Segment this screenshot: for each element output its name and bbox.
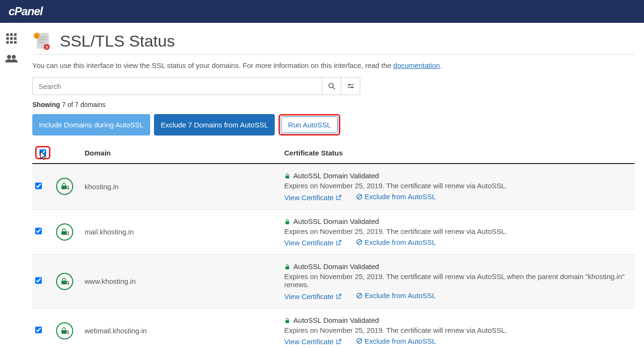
svg-rect-5 — [14, 37, 16, 39]
svg-rect-26 — [68, 188, 69, 190]
svg-rect-27 — [286, 175, 289, 178]
svg-rect-23 — [347, 87, 354, 87]
domain-name: mail.khosting.in — [82, 209, 281, 255]
row-checkbox[interactable] — [35, 183, 42, 189]
select-all-checkbox[interactable] — [39, 149, 46, 156]
cpanel-logo: Panel — [9, 5, 42, 18]
svg-line-47 — [357, 339, 361, 343]
validated-status: AutoSSL Domain Validated — [284, 262, 632, 271]
svg-rect-24 — [61, 186, 67, 190]
table-row: khosting.in AutoSSL Domain ValidatedExpi… — [32, 164, 634, 209]
exclude-from-autossl-link[interactable]: Exclude from AutoSSL — [356, 337, 436, 345]
svg-line-29 — [357, 194, 361, 198]
svg-rect-7 — [10, 41, 12, 43]
svg-rect-8 — [14, 41, 16, 43]
svg-rect-6 — [6, 41, 9, 43]
lock-status-icon — [56, 223, 73, 241]
row-checkbox[interactable] — [35, 327, 42, 333]
validated-status: AutoSSL Domain Validated — [284, 217, 632, 225]
select-all-header — [32, 142, 53, 164]
expires-text: Expires on November 25, 2019. The certif… — [284, 182, 632, 190]
svg-line-19 — [333, 87, 335, 89]
svg-rect-33 — [286, 221, 289, 224]
run-autossl-highlight: Run AutoSSL — [279, 114, 340, 135]
view-certificate-link[interactable]: View Certificate — [284, 193, 342, 202]
svg-point-9 — [7, 55, 11, 59]
svg-rect-44 — [68, 333, 69, 335]
svg-rect-4 — [10, 37, 12, 39]
include-domains-button[interactable]: Include Domains during AutoSSL — [32, 114, 150, 135]
expires-text: Expires on November 25, 2019. The certif… — [284, 326, 632, 334]
nav-users-icon[interactable] — [0, 48, 23, 68]
view-certificate-link[interactable]: View Certificate — [284, 292, 342, 300]
exclude-from-autossl-link[interactable]: Exclude from AutoSSL — [356, 193, 436, 201]
svg-rect-45 — [286, 320, 289, 323]
svg-rect-3 — [6, 37, 9, 39]
svg-rect-42 — [61, 330, 67, 334]
showing-count: Showing 7 of 7 domains — [32, 101, 634, 108]
nav-apps-icon[interactable] — [0, 29, 23, 48]
view-certificate-link[interactable]: View Certificate — [284, 338, 342, 346]
domain-name: webmail.khosting.in — [82, 308, 281, 348]
validated-status: AutoSSL Domain Validated — [284, 172, 632, 180]
search-row — [32, 77, 634, 95]
svg-line-41 — [357, 293, 361, 297]
svg-text:?: ? — [45, 45, 48, 50]
svg-rect-14 — [38, 42, 45, 43]
svg-rect-2 — [14, 33, 16, 36]
settings-button[interactable] — [341, 77, 360, 95]
svg-rect-38 — [68, 283, 69, 285]
svg-rect-13 — [38, 39, 47, 40]
exclude-domains-button[interactable]: Exclude 7 Domains from AutoSSL — [154, 114, 275, 135]
svg-line-35 — [357, 240, 361, 244]
table-row: webmail.khosting.in AutoSSL Domain Valid… — [32, 308, 634, 348]
svg-rect-32 — [68, 234, 69, 236]
validated-status: AutoSSL Domain Validated — [284, 316, 632, 324]
lock-status-icon — [56, 178, 73, 195]
svg-rect-39 — [286, 266, 289, 269]
svg-rect-36 — [61, 280, 67, 284]
exclude-from-autossl-link[interactable]: Exclude from AutoSSL — [356, 238, 436, 246]
domain-name: khosting.in — [82, 164, 281, 209]
lock-status-icon — [56, 322, 73, 339]
domain-column-header[interactable]: Domain — [82, 142, 281, 164]
row-checkbox[interactable] — [35, 228, 42, 234]
page-title: SSL/TLS Status — [60, 32, 175, 50]
status-column-header[interactable]: Certificate Status — [281, 142, 634, 164]
select-all-highlight — [35, 146, 50, 159]
documentation-link[interactable]: documentation — [393, 61, 440, 69]
svg-rect-0 — [6, 33, 9, 36]
table-row: mail.khosting.in AutoSSL Domain Validate… — [32, 209, 634, 255]
table-row: www.khosting.in AutoSSL Domain Validated… — [32, 255, 634, 309]
svg-rect-12 — [38, 37, 47, 38]
lock-status-icon — [56, 273, 73, 290]
row-checkbox[interactable] — [35, 277, 42, 284]
run-autossl-button[interactable]: Run AutoSSL — [281, 116, 338, 133]
svg-rect-1 — [10, 33, 12, 36]
exclude-from-autossl-link[interactable]: Exclude from AutoSSL — [356, 291, 436, 300]
search-button[interactable] — [322, 77, 341, 95]
expires-text: Expires on November 25, 2019. The certif… — [284, 227, 632, 235]
view-certificate-link[interactable]: View Certificate — [284, 239, 342, 247]
action-buttons: Include Domains during AutoSSL Exclude 7… — [32, 114, 634, 135]
domains-table: Domain Certificate Status khosting.in Au… — [32, 142, 634, 348]
left-nav — [0, 23, 23, 348]
svg-point-10 — [12, 55, 16, 59]
ssl-status-page-icon: ? — [32, 30, 53, 51]
content-area: ? SSL/TLS Status You can use this interf… — [23, 23, 644, 348]
expires-text: Expires on November 25, 2019. The certif… — [284, 272, 632, 289]
intro-text: You can use this interface to view the S… — [32, 61, 634, 69]
svg-rect-22 — [347, 85, 354, 85]
topbar: Panel — [0, 0, 644, 23]
svg-rect-30 — [61, 231, 67, 235]
search-input[interactable] — [32, 77, 322, 95]
svg-point-18 — [329, 83, 333, 87]
domain-name: www.khosting.in — [82, 255, 281, 309]
